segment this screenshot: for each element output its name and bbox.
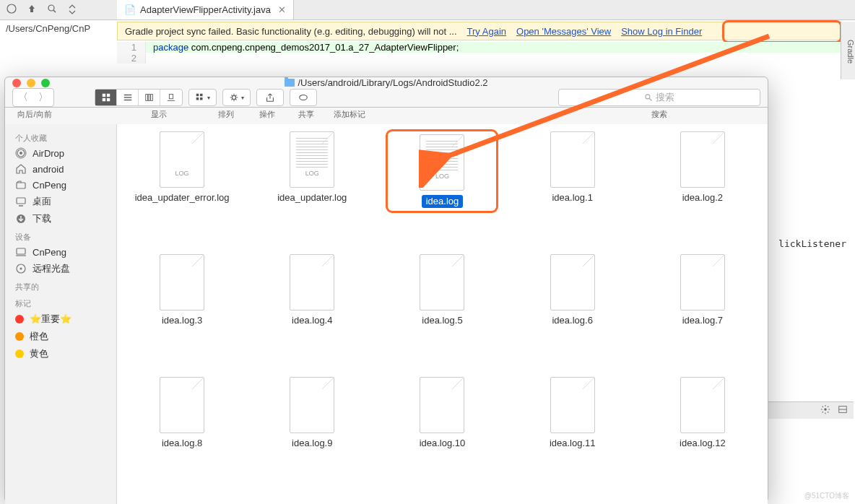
gradle-sidebar-tab[interactable]: Gradle [841,22,855,79]
svg-rect-21 [200,97,203,100]
devices-header: 设备 [5,227,116,244]
document-icon [550,131,595,188]
forward-button[interactable]: 〉 [33,89,53,106]
action-group: ▾ [222,89,251,106]
show-log-link[interactable]: Show Log in Finder [621,26,702,37]
document-icon: LOG [160,131,204,188]
file-item[interactable]: idea.log.12 [648,377,757,449]
sidebar-item-desktop[interactable]: 桌面 [5,193,116,210]
search-icon [644,93,653,102]
svg-rect-16 [169,95,173,99]
shared-header: 共享的 [5,277,116,294]
file-item[interactable]: LOGidea_updater_error.log [128,131,236,204]
try-again-link[interactable]: Try Again [467,26,506,37]
file-item[interactable]: idea.log.6 [518,254,627,326]
collapse-icon[interactable] [66,3,78,17]
tags-button[interactable] [290,89,317,106]
coverflow-view-button[interactable] [160,90,182,105]
warning-text: Gradle project sync failed. Basic functi… [125,26,457,37]
file-item[interactable]: idea.log.8 [128,377,236,449]
document-icon [290,377,334,433]
svg-rect-6 [102,94,105,97]
sidebar-item-downloads[interactable]: 下载 [5,210,116,227]
find-icon[interactable] [46,3,58,17]
back-button[interactable]: 〈 [13,89,33,106]
file-label: idea.log.12 [680,438,726,449]
file-item[interactable]: LOGidea.log [388,131,496,211]
editor-tab[interactable]: 📄 AdapterViewFlipperActivity.java ✕ [117,0,294,19]
code-line: package com.cnpeng.cnpeng_demos2017_01.a… [146,42,854,53]
file-item[interactable]: idea.log.11 [518,377,627,449]
list-view-button[interactable] [117,90,139,105]
svg-point-1 [48,5,54,11]
file-item[interactable]: idea.log.10 [388,377,496,449]
search-field[interactable]: 搜索 [558,89,760,106]
document-icon [550,377,595,433]
file-item[interactable]: idea.log.2 [648,131,757,204]
document-icon [680,377,725,433]
file-label: idea.log.4 [292,315,332,326]
document-icon [290,254,334,310]
breadcrumb: /Users/CnPeng/CnP [6,23,90,34]
arrange-group: ▾ [188,89,217,106]
file-label: idea.log.9 [292,438,332,449]
document-icon [680,131,725,188]
file-item[interactable]: idea.log.5 [388,254,496,326]
close-tab-icon[interactable]: ✕ [278,4,286,15]
nav-buttons: 〈 〉 [12,88,54,107]
arrange-button[interactable]: ▾ [189,89,216,106]
action-button[interactable]: ▾ [223,89,250,106]
document-icon: LOG [420,134,464,191]
document-icon [680,254,725,310]
file-item[interactable]: idea.log.1 [518,131,627,204]
finder-titlebar[interactable]: /Users/android/Library/Logs/AndroidStudi… [5,77,768,88]
view-mode-group [95,89,183,106]
svg-rect-18 [196,94,199,97]
sidebar-item-dev-cnpeng[interactable]: CnPeng [5,244,116,260]
svg-rect-20 [196,97,199,100]
tag-yellow[interactable]: 黄色 [5,345,116,362]
file-label: idea.log.10 [420,438,466,449]
document-icon [160,254,204,310]
svg-rect-9 [106,98,109,101]
sidebar-item-cnpeng[interactable]: CnPeng [5,177,116,193]
document-icon [160,377,204,433]
sidebar-item-airdrop[interactable]: AirDrop [5,145,116,161]
file-label: idea.log.1 [552,192,592,204]
up-arrow-icon[interactable] [26,3,38,17]
document-icon [550,254,595,310]
file-item[interactable]: idea.log.4 [258,254,366,326]
sidebar-item-remote-disc[interactable]: 远程光盘 [5,260,116,277]
svg-point-0 [7,4,16,13]
file-item[interactable]: LOGidea_updater.log [258,131,366,204]
open-messages-link[interactable]: Open 'Messages' View [516,26,611,37]
svg-point-3 [824,408,827,411]
svg-rect-13 [145,95,147,101]
tags-header: 标记 [5,294,116,310]
svg-rect-19 [200,94,203,97]
ide-tabs-row: 📄 AdapterViewFlipperActivity.java ✕ [117,0,854,20]
share-button[interactable] [256,89,284,106]
tag-important[interactable]: ⭐️重要⭐️ [5,310,116,328]
partial-code: lickListener [778,238,846,249]
gear-icon[interactable] [820,404,830,417]
icon-view-button[interactable] [95,90,117,105]
file-item[interactable]: idea.log.7 [648,254,757,326]
file-label: idea.log.2 [682,192,723,204]
java-file-icon: 📄 [124,4,136,15]
file-label: idea_updater_error.log [135,192,230,204]
sidebar-item-android[interactable]: android [5,161,116,177]
column-view-button[interactable] [139,90,160,105]
tag-orange[interactable]: 橙色 [5,328,116,345]
svg-rect-29 [17,183,25,188]
finder-sidebar: 个人收藏 AirDrop android CnPeng 桌面 下载 设备 CnP… [5,124,117,504]
collapse-panel-icon[interactable] [838,404,848,417]
file-grid[interactable]: LOGidea_updater_error.logLOGidea_updater… [117,124,768,504]
compass-icon[interactable] [6,3,17,17]
finder-body: 个人收藏 AirDrop android CnPeng 桌面 下载 设备 CnP… [5,124,768,504]
svg-line-2 [53,10,56,12]
file-item[interactable]: idea.log.9 [258,377,366,449]
file-label: idea.log.5 [422,315,462,326]
file-item[interactable]: idea.log.3 [128,254,236,326]
document-icon: LOG [290,131,334,188]
